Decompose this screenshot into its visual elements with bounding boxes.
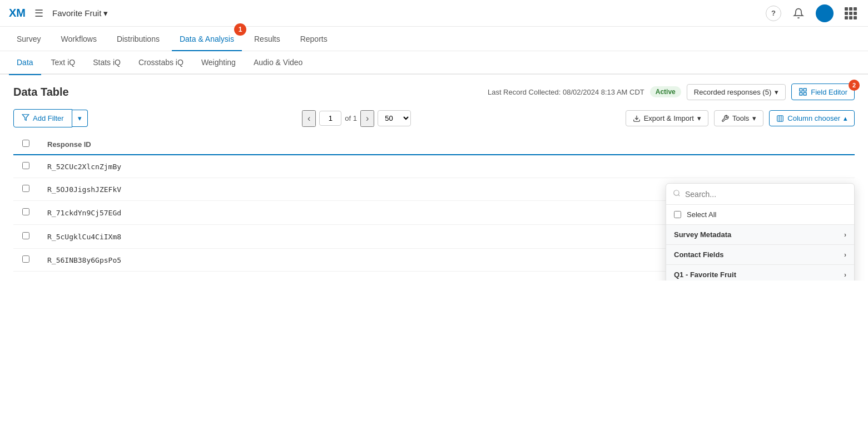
filter-arrow-button[interactable]: ▾: [72, 110, 88, 127]
contact-fields-section: Contact Fields ›: [666, 245, 854, 265]
sub-tab-textiq[interactable]: Text iQ: [43, 51, 83, 74]
column-chooser-button[interactable]: Column chooser ▴: [769, 110, 855, 126]
add-filter-label: Add Filter: [33, 114, 64, 122]
tools-icon: [721, 115, 729, 122]
svg-point-9: [674, 190, 679, 195]
contact-fields-header[interactable]: Contact Fields ›: [666, 245, 854, 264]
page-input[interactable]: 1: [319, 111, 341, 126]
tools-chevron: ▾: [752, 114, 756, 122]
sub-nav: Data Text iQ Stats iQ Crosstabs iQ Weigh…: [0, 51, 868, 75]
field-editor-icon: [798, 87, 807, 96]
row-actions-header: [821, 134, 855, 155]
row-actions: [821, 155, 855, 178]
select-all-header[interactable]: [13, 134, 38, 155]
toolbar-right: Export & Import ▾ Tools ▾ Column chooser…: [626, 110, 855, 126]
svg-marker-4: [22, 115, 29, 121]
panel-search-icon: [673, 189, 681, 199]
response-id-cell: R_52CUc2XlcnZjmBy: [38, 155, 821, 178]
nav-tab-data-analysis[interactable]: Data & Analysis: [172, 27, 242, 51]
contact-fields-label: Contact Fields: [674, 250, 724, 259]
field-editor-label: Field Editor: [811, 88, 847, 96]
pagination: ‹ 1 of 1 › 50 100 200: [302, 110, 411, 127]
svg-rect-1: [804, 88, 807, 91]
top-bar-right: ?: [766, 4, 859, 22]
nav-tab-distributions[interactable]: Distributions: [109, 27, 167, 51]
apps-grid-icon[interactable]: [842, 5, 859, 22]
columns-icon: [776, 115, 784, 122]
hamburger-menu[interactable]: ☰: [34, 7, 43, 19]
export-import-button[interactable]: Export & Import ▾: [626, 110, 708, 126]
header-right: Last Record Collected: 08/02/2024 8:13 A…: [488, 83, 855, 100]
export-chevron: ▾: [697, 114, 701, 122]
filter-icon: [22, 114, 29, 123]
data-table-title: Data Table: [13, 86, 69, 99]
main-content: Data Table Last Record Collected: 08/02/…: [0, 75, 868, 281]
sub-tab-statsiq[interactable]: Stats iQ: [85, 51, 128, 74]
column-search-input[interactable]: [685, 190, 847, 199]
per-page-select[interactable]: 50 100 200: [378, 110, 411, 126]
recorded-chevron-icon: ▾: [775, 88, 778, 96]
top-bar-left: XM ☰ Favorite Fruit ▾: [9, 7, 108, 19]
table-row: R_52CUc2XlcnZjmBy: [13, 155, 855, 178]
column-chooser-panel: Select All Survey Metadata › Contact Fie…: [666, 183, 855, 281]
add-filter-button[interactable]: Add Filter: [13, 109, 72, 127]
select-all-checkbox[interactable]: [22, 140, 29, 147]
nav-tab-results[interactable]: Results: [246, 27, 288, 51]
sub-tab-weighting[interactable]: Weighting: [194, 51, 244, 74]
row-checkbox[interactable]: [22, 208, 29, 215]
nav-tab-reports[interactable]: Reports: [292, 27, 335, 51]
tools-label: Tools: [732, 114, 749, 122]
column-chooser-chevron: ▴: [844, 114, 847, 122]
q1-header[interactable]: Q1 - Favorite Fruit ›: [666, 265, 854, 281]
toolbar-left: Add Filter ▾: [13, 109, 88, 127]
nav-tab-data-analysis-wrap: Data & Analysis 1: [172, 27, 242, 51]
status-badge: Active: [650, 86, 681, 97]
export-label: Export & Import: [644, 114, 694, 122]
row-checkbox[interactable]: [22, 162, 29, 169]
column-chooser-label: Column chooser: [787, 114, 840, 122]
top-bar: XM ☰ Favorite Fruit ▾ ?: [0, 0, 868, 27]
project-name[interactable]: Favorite Fruit ▾: [52, 8, 108, 18]
svg-rect-6: [777, 115, 783, 121]
project-chevron: ▾: [103, 8, 108, 18]
sub-tab-crosstabs[interactable]: Crosstabs iQ: [131, 51, 191, 74]
svg-rect-3: [804, 92, 807, 95]
contact-fields-chevron: ›: [844, 251, 846, 259]
xm-logo[interactable]: XM: [9, 7, 26, 19]
svg-line-10: [678, 195, 680, 196]
notifications-icon[interactable]: [790, 5, 807, 22]
help-icon[interactable]: ?: [766, 6, 781, 21]
q1-section: Q1 - Favorite Fruit ›: [666, 265, 854, 281]
sub-tab-audio-video[interactable]: Audio & Video: [246, 51, 310, 74]
tools-button[interactable]: Tools ▾: [714, 110, 763, 126]
field-editor-button[interactable]: Field Editor 2: [791, 83, 855, 100]
survey-metadata-section: Survey Metadata ›: [666, 225, 854, 245]
nav-badge-1: 1: [234, 23, 246, 36]
next-page-button[interactable]: ›: [360, 110, 374, 127]
recorded-responses-button[interactable]: Recorded responses (5) ▾: [687, 84, 786, 100]
sub-tab-data[interactable]: Data: [9, 51, 41, 74]
row-checkbox[interactable]: [22, 185, 29, 192]
recorded-responses-label: Recorded responses (5): [694, 88, 771, 96]
last-record: Last Record Collected: 08/02/2024 8:13 A…: [488, 88, 644, 96]
svg-rect-0: [800, 88, 802, 91]
select-all-panel-checkbox[interactable]: [674, 211, 681, 218]
select-all-label: Select All: [687, 210, 716, 219]
avatar[interactable]: [816, 4, 834, 22]
toolbar: Add Filter ▾ ‹ 1 of 1 › 50 100 200 Expor…: [13, 109, 855, 127]
prev-page-button[interactable]: ‹: [302, 110, 316, 127]
survey-metadata-header[interactable]: Survey Metadata ›: [666, 225, 854, 244]
nav-tab-workflows[interactable]: Workflows: [53, 27, 105, 51]
panel-search: [666, 184, 854, 205]
row-checkbox[interactable]: [22, 255, 29, 263]
response-id-header: Response ID: [38, 134, 821, 155]
survey-metadata-label: Survey Metadata: [674, 230, 731, 239]
field-editor-badge: 2: [849, 80, 860, 91]
row-checkbox[interactable]: [22, 232, 29, 239]
nav-tabs: Survey Workflows Distributions Data & An…: [0, 27, 868, 51]
survey-metadata-chevron: ›: [844, 231, 846, 239]
export-icon: [633, 115, 641, 122]
svg-rect-2: [800, 92, 802, 95]
nav-tab-survey[interactable]: Survey: [9, 27, 49, 51]
select-all-option[interactable]: Select All: [666, 205, 854, 225]
